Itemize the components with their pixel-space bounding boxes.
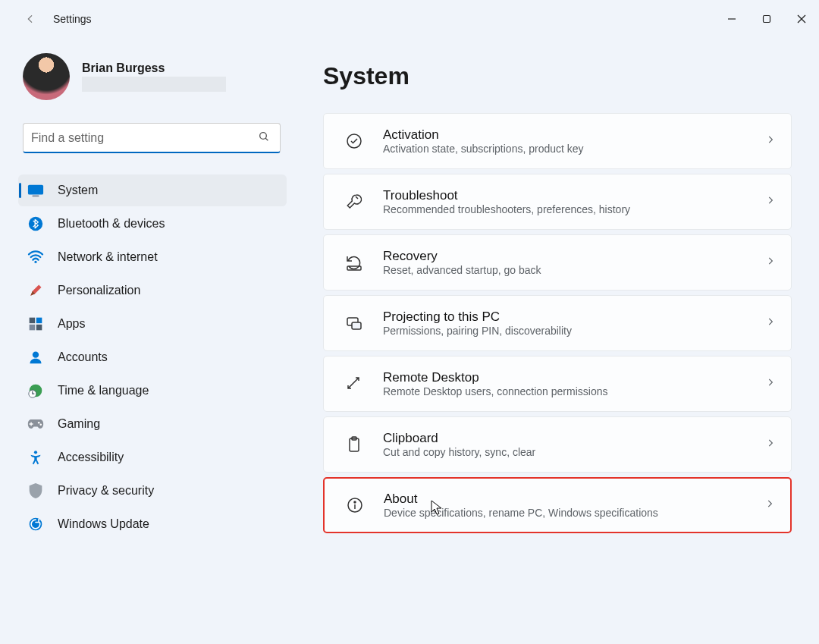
sidebar-item-label: Personalization xyxy=(58,284,140,297)
svg-rect-13 xyxy=(36,325,42,331)
sidebar-item-gaming[interactable]: Gaming xyxy=(18,408,287,440)
paintbrush-icon xyxy=(27,282,44,299)
sidebar-item-personalization[interactable]: Personalization xyxy=(18,275,287,306)
chevron-right-icon xyxy=(765,438,776,451)
time-language-icon xyxy=(27,382,44,399)
svg-rect-1 xyxy=(764,16,770,23)
svg-point-14 xyxy=(33,352,39,358)
svg-rect-6 xyxy=(28,185,43,195)
main: System Activation Activation state, subs… xyxy=(296,38,819,540)
chevron-right-icon xyxy=(765,256,776,269)
wifi-icon xyxy=(27,249,44,265)
card-subtitle: Remote Desktop users, connection permiss… xyxy=(383,385,765,397)
card-title: Activation xyxy=(383,127,765,143)
settings-cards: Activation Activation state, subscriptio… xyxy=(323,113,792,533)
nav: System Bluetooth & devices Network & int… xyxy=(18,174,287,540)
sidebar-item-network[interactable]: Network & internet xyxy=(18,241,287,273)
remote-desktop-icon xyxy=(340,375,368,393)
chevron-right-icon xyxy=(765,377,776,391)
app-title: Settings xyxy=(53,13,92,25)
sidebar-item-label: Bluetooth & devices xyxy=(58,217,165,231)
sidebar-item-label: Network & internet xyxy=(58,250,158,264)
card-subtitle: Cut and copy history, sync, clear xyxy=(383,446,765,458)
sidebar-item-label: Gaming xyxy=(58,417,100,431)
recovery-icon xyxy=(340,253,368,272)
sidebar-item-label: Apps xyxy=(58,317,85,331)
apps-icon xyxy=(27,316,44,332)
wrench-icon xyxy=(340,193,368,211)
profile-email-redacted xyxy=(82,77,226,92)
settings-card-activation[interactable]: Activation Activation state, subscriptio… xyxy=(323,113,792,169)
settings-card-about[interactable]: About Device specifications, rename PC, … xyxy=(323,477,792,533)
system-icon xyxy=(27,182,44,199)
search-wrap xyxy=(23,123,281,153)
settings-card-clipboard[interactable]: Clipboard Cut and copy history, sync, cl… xyxy=(323,416,792,473)
svg-rect-10 xyxy=(30,318,36,324)
sidebar-item-label: System xyxy=(58,184,98,197)
search-icon xyxy=(258,130,270,146)
back-button[interactable] xyxy=(15,0,46,38)
svg-point-19 xyxy=(34,451,37,454)
gaming-icon xyxy=(27,416,44,432)
card-title: Projecting to this PC xyxy=(383,309,765,325)
svg-rect-7 xyxy=(32,195,39,196)
card-subtitle: Permissions, pairing PIN, discoverabilit… xyxy=(383,325,765,337)
svg-rect-11 xyxy=(36,318,42,324)
card-title: Recovery xyxy=(383,249,765,264)
profile-block[interactable]: Brian Burgess xyxy=(18,53,287,100)
minimize-button[interactable] xyxy=(714,4,749,34)
svg-point-9 xyxy=(34,261,36,263)
sidebar-item-windows-update[interactable]: Windows Update xyxy=(18,508,287,540)
chevron-right-icon xyxy=(765,316,776,330)
sidebar-item-label: Time & language xyxy=(58,384,149,397)
card-title: Remote Desktop xyxy=(383,370,765,385)
sidebar: Brian Burgess System Bluetooth & devi xyxy=(0,38,296,540)
sidebar-item-label: Privacy & security xyxy=(58,484,154,498)
search-input[interactable] xyxy=(23,123,281,153)
sidebar-item-label: Windows Update xyxy=(58,517,149,531)
card-subtitle: Device specifications, rename PC, Window… xyxy=(384,507,764,519)
window-controls xyxy=(714,4,819,34)
accounts-icon xyxy=(27,349,44,366)
settings-card-recovery[interactable]: Recovery Reset, advanced startup, go bac… xyxy=(323,234,792,291)
svg-point-18 xyxy=(40,424,42,426)
sidebar-item-system[interactable]: System xyxy=(18,174,287,206)
svg-point-4 xyxy=(260,133,267,140)
settings-card-remote-desktop[interactable]: Remote Desktop Remote Desktop users, con… xyxy=(323,356,792,412)
settings-card-projecting[interactable]: Projecting to this PC Permissions, pairi… xyxy=(323,295,792,351)
projecting-icon xyxy=(340,314,368,332)
page-title: System xyxy=(323,62,792,90)
card-title: About xyxy=(384,492,764,507)
settings-card-troubleshoot[interactable]: Troubleshoot Recommended troubleshooters… xyxy=(323,174,792,230)
chevron-right-icon xyxy=(765,195,776,209)
sidebar-item-accounts[interactable]: Accounts xyxy=(18,341,287,373)
maximize-button[interactable] xyxy=(749,4,784,34)
sidebar-item-accessibility[interactable]: Accessibility xyxy=(18,441,287,473)
card-subtitle: Recommended troubleshooters, preferences… xyxy=(383,203,765,215)
card-subtitle: Activation state, subscriptions, product… xyxy=(383,143,765,155)
svg-rect-22 xyxy=(347,266,361,270)
info-icon xyxy=(341,496,369,514)
update-icon xyxy=(27,516,44,532)
card-subtitle: Reset, advanced startup, go back xyxy=(383,264,765,276)
svg-point-8 xyxy=(29,217,42,231)
card-title: Troubleshoot xyxy=(383,188,765,203)
activation-icon xyxy=(340,132,368,150)
close-button[interactable] xyxy=(784,4,819,34)
shield-icon xyxy=(27,482,44,499)
titlebar: Settings xyxy=(0,0,819,38)
sidebar-item-bluetooth[interactable]: Bluetooth & devices xyxy=(18,208,287,240)
sidebar-item-time-language[interactable]: Time & language xyxy=(18,375,287,407)
chevron-right-icon xyxy=(765,134,776,148)
sidebar-item-apps[interactable]: Apps xyxy=(18,308,287,340)
svg-rect-24 xyxy=(352,322,361,329)
svg-point-29 xyxy=(354,501,356,503)
bluetooth-icon xyxy=(27,215,44,232)
avatar xyxy=(23,53,70,100)
sidebar-item-privacy[interactable]: Privacy & security xyxy=(18,475,287,507)
profile-name: Brian Burgess xyxy=(82,61,226,75)
accessibility-icon xyxy=(27,449,44,466)
svg-rect-12 xyxy=(30,325,36,331)
clipboard-icon xyxy=(340,435,368,454)
sidebar-item-label: Accessibility xyxy=(58,451,124,464)
